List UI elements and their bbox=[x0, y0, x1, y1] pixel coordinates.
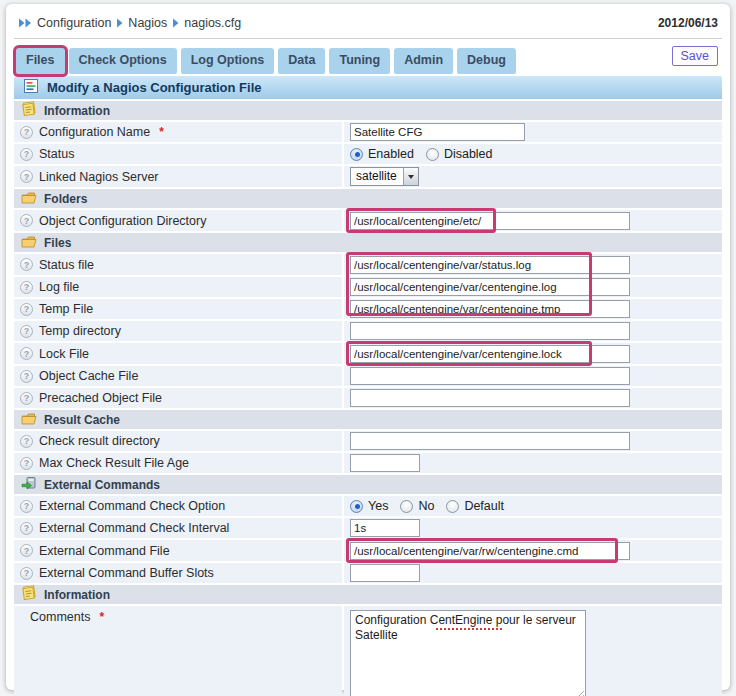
external-command-check-radio-group: Yes No Default bbox=[350, 499, 504, 513]
folder-icon bbox=[21, 234, 37, 252]
configuration-form: Information ? Configuration Name * ? Sta… bbox=[14, 101, 722, 696]
field-row-temp-file: ? Temp File bbox=[14, 299, 722, 319]
temp-file-input[interactable] bbox=[350, 300, 630, 318]
help-icon[interactable]: ? bbox=[20, 303, 33, 316]
external-commands-icon bbox=[21, 476, 37, 494]
comments-textarea[interactable]: Configuration CentEngine pour le serveur… bbox=[350, 610, 586, 696]
help-icon[interactable]: ? bbox=[20, 392, 33, 405]
help-icon[interactable]: ? bbox=[20, 214, 33, 227]
notes-icon bbox=[21, 101, 37, 120]
linked-server-select[interactable]: satellite bbox=[350, 167, 419, 186]
help-icon[interactable]: ? bbox=[20, 500, 33, 513]
field-row-status: ? Status Enabled Disabled bbox=[14, 144, 722, 164]
field-label: Object Configuration Directory bbox=[39, 214, 206, 228]
field-label: Object Cache File bbox=[39, 369, 138, 383]
tab-debug[interactable]: Debug bbox=[457, 48, 516, 74]
field-row-check-result-directory: ? Check result directory bbox=[14, 431, 722, 451]
section-external-commands: External Commands bbox=[14, 475, 722, 494]
precached-object-file-input[interactable] bbox=[350, 389, 630, 407]
section-files: Files bbox=[14, 233, 722, 252]
breadcrumb: Configuration Nagios nagios.cfg 2012/06/… bbox=[14, 12, 722, 34]
status-enabled-radio[interactable]: Enabled bbox=[350, 147, 414, 161]
field-label: Log file bbox=[39, 280, 79, 294]
breadcrumb-item-nagios[interactable]: Nagios bbox=[128, 16, 167, 30]
chevron-right-icon bbox=[116, 18, 123, 28]
form-title: Modify a Nagios Configuration File bbox=[47, 80, 262, 95]
field-label: Linked Nagios Server bbox=[39, 170, 159, 184]
field-label: Configuration Name bbox=[39, 125, 150, 139]
external-command-file-input[interactable] bbox=[350, 542, 630, 560]
field-row-comments: Comments * Configuration CentEngine pour… bbox=[14, 606, 722, 696]
form-title-bar: Modify a Nagios Configuration File bbox=[14, 76, 722, 99]
help-icon[interactable]: ? bbox=[20, 522, 33, 535]
field-row-log-file: ? Log file bbox=[14, 277, 722, 297]
lock-file-input[interactable] bbox=[350, 345, 630, 363]
field-row-object-configuration-directory: ? Object Configuration Directory bbox=[14, 210, 722, 231]
chevron-down-icon bbox=[408, 175, 414, 179]
section-title: Folders bbox=[44, 192, 87, 206]
tab-check-options[interactable]: Check Options bbox=[69, 48, 177, 74]
radio-selected-icon bbox=[350, 148, 363, 161]
tab-tuning[interactable]: Tuning bbox=[329, 48, 390, 74]
field-row-precached-object-file: ? Precached Object File bbox=[14, 388, 722, 408]
field-label: Lock File bbox=[39, 347, 89, 361]
external-command-buffer-slots-input[interactable] bbox=[350, 564, 420, 582]
radio-label: Yes bbox=[368, 499, 388, 513]
configuration-name-input[interactable] bbox=[350, 123, 525, 141]
radio-label: Enabled bbox=[368, 147, 414, 161]
field-row-object-cache-file: ? Object Cache File bbox=[14, 366, 722, 386]
select-value: satellite bbox=[351, 168, 403, 185]
save-button[interactable]: Save bbox=[672, 46, 719, 66]
tab-log-options[interactable]: Log Options bbox=[181, 48, 275, 74]
section-title: Files bbox=[44, 236, 71, 250]
field-label: External Command Buffer Slots bbox=[39, 566, 214, 580]
help-icon[interactable]: ? bbox=[20, 325, 33, 338]
field-label: Temp File bbox=[39, 302, 93, 316]
field-label: Status bbox=[39, 147, 74, 161]
section-information-2: Information bbox=[14, 585, 722, 604]
help-icon[interactable]: ? bbox=[20, 347, 33, 360]
help-icon[interactable]: ? bbox=[20, 370, 33, 383]
help-icon[interactable]: ? bbox=[20, 126, 33, 139]
tab-data[interactable]: Data bbox=[278, 48, 325, 74]
field-label: Check result directory bbox=[39, 434, 160, 448]
max-check-result-file-age-input[interactable] bbox=[350, 454, 420, 472]
chevron-right-icon bbox=[172, 18, 179, 28]
help-icon[interactable]: ? bbox=[20, 435, 33, 448]
tab-files[interactable]: Files bbox=[16, 48, 65, 74]
external-command-check-interval-input[interactable] bbox=[350, 519, 420, 537]
help-icon[interactable]: ? bbox=[20, 567, 33, 580]
radio-selected-icon bbox=[350, 500, 363, 513]
radio-icon bbox=[446, 500, 459, 513]
help-icon[interactable]: ? bbox=[20, 148, 33, 161]
check-option-default-radio[interactable]: Default bbox=[446, 499, 504, 513]
help-icon[interactable]: ? bbox=[20, 544, 33, 557]
check-result-directory-input[interactable] bbox=[350, 432, 630, 450]
breadcrumb-item-nagios-cfg: nagios.cfg bbox=[184, 16, 241, 30]
status-disabled-radio[interactable]: Disabled bbox=[426, 147, 493, 161]
help-icon[interactable]: ? bbox=[20, 457, 33, 470]
required-asterisk: * bbox=[99, 610, 104, 624]
field-label: Max Check Result File Age bbox=[39, 456, 189, 470]
breadcrumb-item-configuration[interactable]: Configuration bbox=[37, 16, 111, 30]
help-icon[interactable]: ? bbox=[20, 281, 33, 294]
check-option-yes-radio[interactable]: Yes bbox=[350, 499, 388, 513]
help-icon[interactable]: ? bbox=[20, 258, 33, 271]
status-file-input[interactable] bbox=[350, 256, 630, 274]
tab-admin[interactable]: Admin bbox=[394, 48, 453, 74]
log-file-input[interactable] bbox=[350, 278, 630, 296]
current-date: 2012/06/13 bbox=[658, 16, 718, 30]
object-configuration-directory-input[interactable] bbox=[350, 212, 630, 230]
field-row-lock-file: ? Lock File bbox=[14, 343, 722, 364]
double-arrow-icon bbox=[18, 14, 32, 32]
check-option-no-radio[interactable]: No bbox=[400, 499, 434, 513]
select-dropdown-button[interactable] bbox=[403, 168, 418, 185]
help-icon[interactable]: ? bbox=[20, 170, 33, 183]
field-label: Comments bbox=[30, 610, 90, 624]
temp-directory-input[interactable] bbox=[350, 322, 630, 340]
field-row-external-command-buffer-slots: ? External Command Buffer Slots bbox=[14, 563, 722, 583]
object-cache-file-input[interactable] bbox=[350, 367, 630, 385]
field-label: External Command Check Interval bbox=[39, 521, 229, 535]
field-label: Status file bbox=[39, 258, 94, 272]
radio-icon bbox=[400, 500, 413, 513]
